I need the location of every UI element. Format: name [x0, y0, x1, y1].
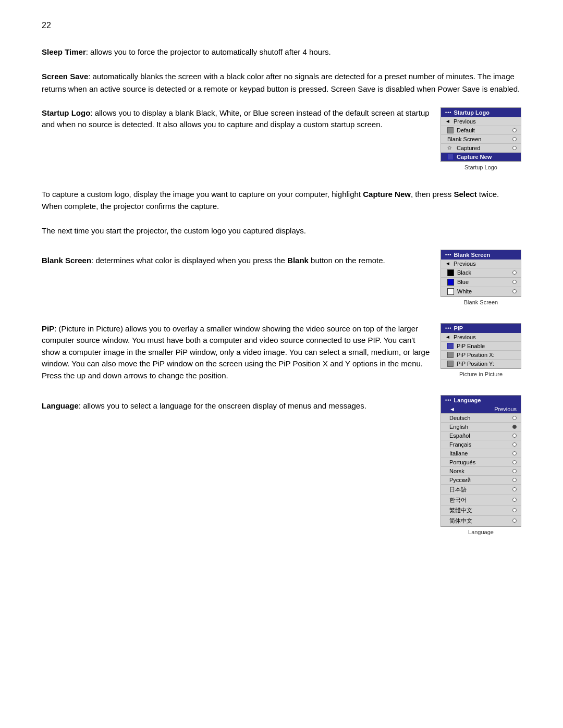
white-swatch: [447, 288, 454, 295]
radio-blue: [512, 280, 517, 284]
startup-logo-body: : allows you to display a blank Black, W…: [42, 108, 430, 129]
startup-logo-capture-new[interactable]: Capture New: [441, 153, 521, 162]
blank-screen-blue[interactable]: Blue: [441, 278, 521, 287]
pip-previous[interactable]: ◄ Previous: [441, 333, 521, 342]
item-label: Previous: [494, 406, 517, 412]
pip-enable[interactable]: PiP Enable: [441, 342, 521, 351]
language-label: Language: [468, 529, 494, 535]
item-label: Français: [449, 441, 471, 448]
arrow-icon: ◄: [445, 261, 450, 266]
pip-y-icon: [447, 361, 454, 367]
pip-enable-icon: [447, 343, 454, 349]
language-traditional-chinese[interactable]: 繁體中文: [441, 505, 521, 516]
radio-blank: [512, 137, 517, 141]
blank-screen-black[interactable]: Black: [441, 268, 521, 278]
screen-save-section: Screen Save: automatically blanks the sc…: [42, 70, 521, 95]
pip-menu-title: ••• PiP: [441, 324, 521, 333]
blank-screen-menu-title-text: Blank Screen: [454, 252, 490, 258]
menu-dots: •••: [445, 398, 451, 403]
language-english[interactable]: English: [441, 423, 521, 431]
page-number: 22: [42, 21, 521, 30]
blank-screen-menu-title: ••• Blank Screen: [441, 250, 521, 260]
language-previous[interactable]: ◄ Previous: [441, 405, 521, 414]
radio-english: [512, 425, 517, 429]
screen-save-body: : automatically blanks the screen with a…: [42, 72, 520, 93]
language-menu-title-text: Language: [454, 397, 481, 403]
item-label: Previous: [454, 118, 476, 125]
pip-label: Picture in Picture: [459, 371, 503, 377]
pip-body: : (Picture in Picture) allows you to ove…: [42, 324, 430, 380]
pip-position-y[interactable]: PiP Position Y:: [441, 360, 521, 368]
language-title: Language: [42, 401, 79, 410]
startup-logo-default[interactable]: Default: [441, 126, 521, 135]
language-francais[interactable]: Français: [441, 440, 521, 449]
startup-logo-blank-screen[interactable]: Blank Screen: [441, 135, 521, 144]
language-portugues[interactable]: Portugués: [441, 458, 521, 467]
startup-logo-title: Startup Logo: [42, 108, 90, 117]
language-deutsch[interactable]: Deutsch: [441, 414, 521, 423]
blue-swatch: [447, 279, 454, 286]
pip-menu: ••• PiP ◄ Previous PiP Enable PiP Positi…: [440, 323, 521, 369]
pip-section: ••• PiP ◄ Previous PiP Enable PiP Positi…: [42, 323, 521, 382]
radio-simp-chinese: [512, 519, 517, 523]
language-espanol[interactable]: Español: [441, 431, 521, 440]
blank-screen-section: ••• Blank Screen ◄ Previous Black Blue: [42, 250, 521, 311]
item-label: Blue: [457, 279, 469, 285]
radio-white: [512, 289, 517, 293]
item-label: Capture New: [457, 154, 492, 160]
startup-logo-captured[interactable]: ✿ Captured: [441, 144, 521, 153]
item-label: Norsk: [449, 468, 464, 474]
language-russian[interactable]: Русский: [441, 476, 521, 485]
language-section: ••• Language ◄ Previous Deutsch English …: [42, 395, 521, 540]
blank-screen-white[interactable]: White: [441, 287, 521, 297]
radio-captured: [512, 146, 517, 150]
item-label: Previous: [454, 334, 476, 340]
language-norsk[interactable]: Norsk: [441, 467, 521, 476]
menu-dots: •••: [445, 110, 451, 115]
item-label: White: [457, 288, 472, 294]
language-simplified-chinese[interactable]: 简体中文: [441, 516, 521, 526]
item-label: Español: [449, 433, 470, 439]
startup-logo-menu-title: ••• Startup Logo: [441, 108, 521, 117]
item-label: 简体中文: [449, 517, 472, 525]
radio-francais: [512, 442, 517, 447]
startup-logo-image-area: ••• Startup Logo ◄ Previous Default Blan…: [440, 107, 521, 170]
radio-korean: [512, 498, 517, 502]
capture-instructions-text: To capture a custom logo, display the im…: [42, 188, 521, 213]
arrow-icon: ◄: [449, 406, 455, 412]
pip-position-x[interactable]: PiP Position X:: [441, 351, 521, 360]
blank-screen-previous[interactable]: ◄ Previous: [441, 260, 521, 268]
startup-logo-menu: ••• Startup Logo ◄ Previous Default Blan…: [440, 107, 521, 162]
select-bold: Select: [454, 190, 476, 199]
pip-title: PiP: [42, 324, 54, 333]
next-time-section: The next time you start the projector, t…: [42, 225, 521, 237]
language-japanese[interactable]: 日本語: [441, 485, 521, 495]
item-label: PiP Enable: [457, 343, 485, 349]
default-icon: [447, 127, 454, 133]
item-label: 한국어: [449, 496, 467, 504]
radio-norsk: [512, 469, 517, 473]
startup-logo-menu-title-text: Startup Logo: [454, 109, 489, 116]
blank-screen-image-area: ••• Blank Screen ◄ Previous Black Blue: [440, 250, 521, 305]
item-label: Italiane: [449, 450, 468, 456]
blank-screen-body2: button on the remote.: [309, 256, 385, 265]
menu-dots: •••: [445, 326, 451, 331]
sleep-timer-section: Sleep Timer: allows you to force the pro…: [42, 46, 521, 58]
startup-logo-section: ••• Startup Logo ◄ Previous Default Blan…: [42, 107, 521, 176]
startup-logo-previous[interactable]: ◄ Previous: [441, 117, 521, 126]
language-image-area: ••• Language ◄ Previous Deutsch English …: [440, 395, 521, 535]
black-swatch: [447, 269, 454, 276]
item-label: English: [449, 424, 468, 430]
language-italiane[interactable]: Italiane: [441, 449, 521, 458]
radio-portugues: [512, 460, 517, 464]
language-korean[interactable]: 한국어: [441, 495, 521, 505]
pip-x-icon: [447, 352, 454, 358]
sleep-timer-body: : allows you to force the projector to a…: [86, 47, 331, 56]
blank-bold: Blank: [287, 256, 309, 265]
radio-espanol: [512, 434, 517, 438]
next-time-text: The next time you start the projector, t…: [42, 225, 521, 237]
sleep-timer-text: Sleep Timer: allows you to force the pro…: [42, 46, 521, 58]
item-label: PiP Position Y:: [457, 361, 494, 367]
arrow-icon: ◄: [445, 334, 450, 340]
radio-default: [512, 128, 517, 132]
